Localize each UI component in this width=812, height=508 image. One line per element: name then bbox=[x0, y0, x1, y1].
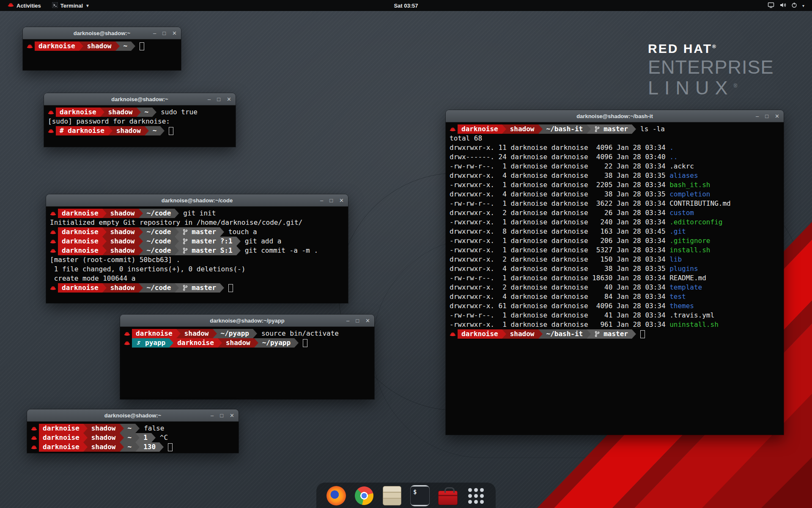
prompt-segment-text: shadow bbox=[91, 433, 116, 442]
terminal-line: Initialized empty Git repository in /hom… bbox=[50, 218, 344, 227]
output-text: Initialized empty Git repository in /hom… bbox=[50, 218, 302, 227]
prompt-segment-text: darknoise bbox=[62, 209, 99, 218]
close-button[interactable]: ✕ bbox=[365, 318, 370, 323]
powerline-separator-icon bbox=[236, 237, 241, 246]
file-attributes: drwxrwxr-x. 2 darknoise darknoise 150 Ja… bbox=[450, 255, 669, 264]
powerline-separator-icon bbox=[294, 338, 299, 348]
prompt-segment: master bbox=[179, 283, 220, 293]
titlebar[interactable]: darknoise@shadow:~/code –□✕ bbox=[46, 194, 348, 207]
close-button[interactable]: ✕ bbox=[227, 97, 231, 102]
prompt-segment-text: ~/pyapp bbox=[262, 338, 291, 348]
maximize-button[interactable]: □ bbox=[765, 113, 768, 119]
close-button[interactable]: ✕ bbox=[775, 113, 779, 119]
powerline-separator-icon bbox=[120, 442, 124, 452]
file-name: completion bbox=[669, 190, 710, 199]
terminal-line: -rwxrwxr-x. 1 darknoise darknoise 2205 J… bbox=[450, 180, 780, 190]
titlebar[interactable]: darknoise@shadow:~/pyapp –□✕ bbox=[120, 315, 374, 327]
powerline-separator-icon bbox=[175, 209, 179, 218]
redhat-prompt-icon bbox=[31, 435, 37, 441]
terminal-cursor bbox=[168, 443, 173, 451]
terminal-content[interactable]: darknoiseshadow~/pyappsource bin/activat… bbox=[120, 327, 374, 399]
titlebar[interactable]: darknoise@shadow:~ –□✕ bbox=[27, 409, 239, 422]
top-bar: Activities Terminal ▼ Sat 03:57 ▾ bbox=[0, 0, 812, 11]
toolbox-icon[interactable] bbox=[438, 486, 458, 505]
redhat-prompt-icon bbox=[31, 426, 37, 431]
clock[interactable]: Sat 03:57 bbox=[0, 3, 812, 9]
terminal-line: darknoiseshadow~/bash-itmasterls -la bbox=[450, 124, 780, 134]
maximize-button[interactable]: □ bbox=[162, 30, 166, 36]
terminal-line: darknoiseshadow~130 bbox=[31, 442, 235, 452]
titlebar[interactable]: darknoise@shadow:~ –□✕ bbox=[23, 27, 181, 39]
prompt-segment-text: ~/code bbox=[147, 227, 171, 237]
terminal-window-bash-it[interactable]: darknoise@shadow:~/bash-it –□✕ darknoise… bbox=[446, 110, 784, 435]
powerline-separator-icon bbox=[587, 329, 591, 339]
terminal-line: -rwxrwxr-x. 1 darknoise darknoise 206 Ja… bbox=[450, 236, 780, 246]
file-name: uninstall.sh bbox=[669, 320, 719, 329]
powerline-separator-icon bbox=[152, 108, 156, 117]
file-attributes: drwxrwxr-x. 4 darknoise darknoise 38 Jan… bbox=[450, 264, 669, 273]
powerline-separator-icon bbox=[218, 338, 222, 348]
file-attributes: drwxrwxr-x. 4 darknoise darknoise 84 Jan… bbox=[450, 292, 669, 301]
file-attributes: -rwxrwxr-x. 1 darknoise darknoise 5327 J… bbox=[450, 246, 669, 255]
terminal-icon[interactable]: $ bbox=[410, 486, 430, 505]
powerline-separator-icon bbox=[139, 227, 143, 237]
firefox-icon[interactable] bbox=[326, 486, 346, 505]
minimize-button[interactable]: – bbox=[320, 198, 323, 203]
prompt-segment: shadow bbox=[83, 41, 115, 51]
system-status-area[interactable]: ▾ bbox=[764, 0, 808, 11]
app-grid-icon[interactable] bbox=[466, 486, 486, 505]
prompt-segment-text: ~/bash-it bbox=[546, 124, 583, 134]
terminal-content[interactable]: darknoiseshadow~falsedarknoiseshadow~1^C… bbox=[27, 422, 239, 453]
prompt-segment-text: shadow bbox=[91, 424, 116, 433]
output-text: create mode 100644 a bbox=[50, 274, 135, 283]
terminal-window-home-small[interactable]: darknoise@shadow:~ –□✕ darknoiseshadow~ bbox=[23, 27, 181, 70]
close-button[interactable]: ✕ bbox=[172, 30, 177, 36]
terminal-line: drwxrwxr-x. 61 darknoise darknoise 4096 … bbox=[450, 301, 780, 311]
maximize-button[interactable]: □ bbox=[329, 198, 333, 203]
terminal-cursor bbox=[140, 42, 144, 50]
file-attributes: -rw-rw-r--. 1 darknoise darknoise 41 Jan… bbox=[450, 311, 669, 320]
file-name: themes bbox=[669, 301, 694, 311]
window-title: darknoise@shadow:~ bbox=[27, 412, 239, 419]
prompt-segment-text: ~/bash-it bbox=[546, 329, 583, 339]
terminal-window-exit-codes[interactable]: darknoise@shadow:~ –□✕ darknoiseshadow~f… bbox=[27, 409, 239, 453]
minimize-button[interactable]: – bbox=[208, 97, 211, 102]
minimize-button[interactable]: – bbox=[211, 413, 214, 418]
prompt-segment-text: darknoise bbox=[177, 338, 214, 348]
terminal-content[interactable]: darknoiseshadow~ bbox=[23, 39, 181, 70]
terminal-content[interactable]: darknoiseshadow~/bash-itmasterls -latota… bbox=[446, 122, 784, 435]
prompt-segment-text: pyapp bbox=[145, 338, 165, 348]
prompt-segment: shadow bbox=[88, 433, 120, 442]
logo-linux-text: LINUX® bbox=[648, 78, 774, 97]
prompt-segment-text: master S:1 bbox=[192, 246, 232, 255]
minimize-button[interactable]: – bbox=[346, 318, 349, 323]
terminal-line: darknoiseshadow~/codemastertouch a bbox=[50, 227, 344, 237]
close-button[interactable]: ✕ bbox=[339, 198, 344, 203]
titlebar[interactable]: darknoise@shadow:~ –□✕ bbox=[44, 93, 236, 105]
terminal-window-code[interactable]: darknoise@shadow:~/code –□✕ darknoisesha… bbox=[46, 194, 348, 303]
terminal-line: drwxrwxr-x. 2 darknoise darknoise 40 Jan… bbox=[450, 283, 780, 292]
maximize-button[interactable]: □ bbox=[217, 97, 220, 102]
minimize-button[interactable]: – bbox=[153, 30, 156, 36]
prompt-segment-text: darknoise bbox=[60, 108, 96, 117]
titlebar[interactable]: darknoise@shadow:~/bash-it –□✕ bbox=[446, 110, 784, 122]
file-name: CONTRIBUTING.md bbox=[669, 199, 731, 208]
terminal-window-pyapp[interactable]: darknoise@shadow:~/pyapp –□✕ darknoisesh… bbox=[120, 315, 374, 399]
maximize-button[interactable]: □ bbox=[220, 413, 223, 418]
prompt-segment: shadow bbox=[107, 209, 139, 218]
powerline-separator-icon bbox=[254, 338, 258, 348]
logo-enterprise-text: ENTERPRISE bbox=[648, 58, 774, 77]
chrome-icon[interactable] bbox=[354, 486, 374, 505]
terminal-content[interactable]: darknoiseshadow~sudo true[sudo] password… bbox=[44, 105, 236, 147]
terminal-content[interactable]: darknoiseshadow~/codegit initInitialized… bbox=[46, 207, 348, 303]
prompt-segment: ~/code bbox=[143, 246, 175, 255]
prompt-segment-text: shadow bbox=[510, 329, 535, 339]
close-button[interactable]: ✕ bbox=[230, 413, 234, 418]
prompt-segment-text: master bbox=[192, 227, 216, 237]
minimize-button[interactable]: – bbox=[756, 113, 759, 119]
maximize-button[interactable]: □ bbox=[356, 318, 359, 323]
prompt-segment: darknoise bbox=[39, 424, 83, 433]
powerline-separator-icon bbox=[236, 246, 241, 255]
terminal-window-sudo[interactable]: darknoise@shadow:~ –□✕ darknoiseshadow~s… bbox=[44, 93, 236, 147]
files-icon[interactable] bbox=[382, 486, 402, 505]
